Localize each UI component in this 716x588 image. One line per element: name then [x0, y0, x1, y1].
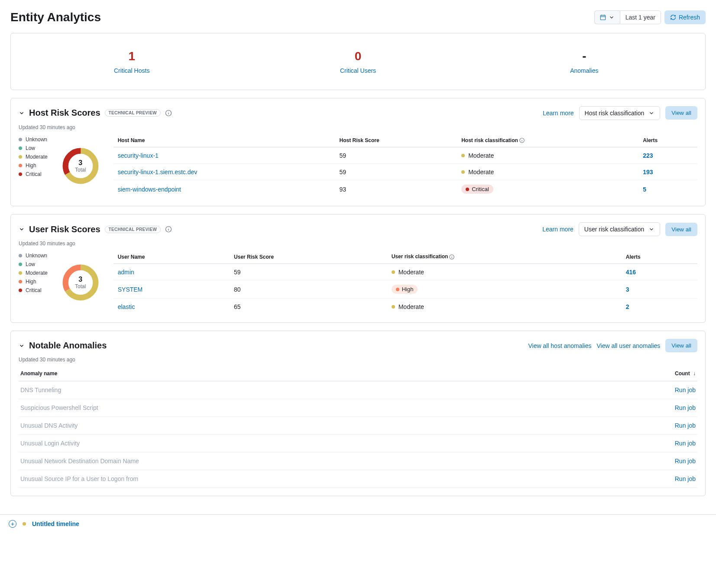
section-header: Notable Anomalies View all host anomalie… — [19, 339, 697, 352]
info-icon[interactable] — [449, 254, 455, 260]
info-icon[interactable] — [165, 226, 172, 233]
refresh-button[interactable]: Refresh — [664, 10, 706, 24]
kpi-anomalies: - Anomalies — [471, 49, 697, 74]
run-job-cell: Run job — [584, 470, 697, 488]
legend-dot — [19, 146, 22, 150]
table-row: DNS TunnelingRun job — [19, 381, 697, 399]
legend-item[interactable]: High — [19, 162, 48, 169]
view-all-button[interactable]: View all — [665, 223, 697, 236]
kpi-critical-users-link[interactable]: Critical Users — [245, 67, 471, 74]
legend-item[interactable]: Unknown — [19, 253, 48, 259]
entity-name-link[interactable]: security-linux-1 — [113, 147, 335, 164]
legend-item[interactable]: Moderate — [19, 270, 48, 276]
legend-label: Unknown — [26, 253, 47, 259]
collapse-toggle[interactable] — [19, 226, 25, 232]
run-job-link[interactable]: Run job — [675, 404, 696, 411]
table-row: security-linux-159Moderate223 — [113, 147, 697, 164]
add-timeline-button[interactable]: + — [9, 520, 16, 528]
classification-cell: Moderate — [457, 147, 638, 164]
alerts-cell: 2 — [622, 299, 697, 315]
run-job-link[interactable]: Run job — [675, 475, 696, 482]
legend-label: High — [26, 162, 36, 169]
alerts-link[interactable]: 416 — [626, 269, 636, 276]
date-range-label[interactable]: Last 1 year — [620, 10, 661, 24]
date-range-calendar-button[interactable] — [594, 10, 620, 24]
entity-name-link[interactable]: siem-windows-endpoint — [113, 180, 335, 198]
svg-point-21 — [452, 256, 452, 256]
date-range-picker[interactable]: Last 1 year — [594, 10, 661, 24]
run-job-link[interactable]: Run job — [675, 422, 696, 429]
table-row: Unusual Login ActivityRun job — [19, 435, 697, 452]
legend-item[interactable]: Critical — [19, 287, 48, 293]
anomalies-title: Notable Anomalies — [29, 341, 107, 351]
legend-item[interactable]: Low — [19, 261, 48, 267]
info-icon[interactable] — [165, 110, 172, 117]
legend-item[interactable]: Critical — [19, 171, 48, 177]
legend-item[interactable]: Unknown — [19, 136, 48, 143]
alerts-link[interactable]: 2 — [626, 303, 629, 310]
col-anomaly-name[interactable]: Anomaly name — [19, 366, 584, 381]
alerts-link[interactable]: 223 — [643, 152, 653, 159]
kpi-critical-hosts-link[interactable]: Critical Hosts — [19, 67, 245, 74]
legend-item[interactable]: High — [19, 279, 48, 285]
col-user-class[interactable]: User risk classification — [387, 250, 622, 263]
col-user-name[interactable]: User Name — [113, 250, 230, 263]
view-user-anomalies-link[interactable]: View all user anomalies — [596, 342, 660, 349]
host-risk-panel: Host Risk Scores TECHNICAL PREVIEW Learn… — [10, 98, 706, 207]
collapse-toggle[interactable] — [19, 343, 25, 349]
alerts-link[interactable]: 193 — [643, 169, 653, 175]
col-host-name[interactable]: Host Name — [113, 134, 335, 147]
col-host-class-label: Host risk classification — [461, 137, 518, 143]
col-anomaly-count[interactable]: Count ↓ — [584, 366, 697, 381]
anomaly-name-cell: DNS Tunneling — [19, 381, 584, 399]
svg-point-12 — [522, 139, 522, 140]
alerts-link[interactable]: 5 — [643, 186, 646, 193]
timeline-link[interactable]: Untitled timeline — [32, 520, 79, 527]
entity-name-link[interactable]: elastic — [113, 299, 230, 315]
chevron-down-icon — [648, 226, 654, 232]
updated-text: Updated 30 minutes ago — [19, 240, 697, 247]
run-job-link[interactable]: Run job — [675, 440, 696, 447]
run-job-link[interactable]: Run job — [675, 458, 696, 465]
col-user-alerts[interactable]: Alerts — [622, 250, 697, 263]
col-host-score[interactable]: Host Risk Score — [335, 134, 457, 147]
entity-name-link[interactable]: security-linux-1.siem.estc.dev — [113, 164, 335, 180]
col-user-score[interactable]: User Risk Score — [230, 250, 387, 263]
classification-badge: High — [392, 285, 418, 294]
alerts-link[interactable]: 3 — [626, 286, 629, 293]
col-host-class[interactable]: Host risk classification — [457, 134, 638, 147]
kpi-anomalies-link[interactable]: Anomalies — [471, 67, 697, 74]
entity-name-link[interactable]: SYSTEM — [113, 280, 230, 299]
legend-label: Critical — [26, 171, 42, 177]
legend-dot — [19, 138, 22, 141]
calendar-icon — [600, 14, 606, 20]
risk-score-cell: 65 — [230, 299, 387, 315]
run-job-link[interactable]: Run job — [675, 387, 696, 393]
alerts-cell: 193 — [638, 164, 697, 180]
legend-item[interactable]: Low — [19, 145, 48, 151]
refresh-icon — [670, 14, 676, 20]
view-host-anomalies-link[interactable]: View all host anomalies — [528, 342, 591, 349]
table-row: siem-windows-endpoint93Critical5 — [113, 180, 697, 198]
col-host-alerts[interactable]: Alerts — [638, 134, 697, 147]
updated-text: Updated 30 minutes ago — [19, 124, 697, 130]
view-all-button[interactable]: View all — [665, 106, 697, 120]
view-all-button[interactable]: View all — [665, 339, 697, 352]
user-classification-select[interactable]: User risk classification — [579, 222, 660, 236]
run-job-cell: Run job — [584, 452, 697, 470]
host-classification-select[interactable]: Host risk classification — [579, 106, 661, 120]
learn-more-link[interactable]: Learn more — [542, 226, 573, 233]
legend-item[interactable]: Moderate — [19, 154, 48, 160]
page-header: Entity Analytics Last 1 year Refresh — [10, 10, 706, 24]
info-icon[interactable] — [519, 137, 525, 143]
legend-label: Low — [26, 261, 35, 267]
run-job-cell: Run job — [584, 399, 697, 417]
entity-name-link[interactable]: admin — [113, 264, 230, 280]
legend-label: Unknown — [26, 136, 47, 143]
table-row: Unusual Source IP for a User to Logon fr… — [19, 470, 697, 488]
chevron-down-icon — [648, 110, 654, 116]
anomaly-name-cell: Suspicious Powershell Script — [19, 399, 584, 417]
collapse-toggle[interactable] — [19, 110, 25, 116]
anomaly-name-cell: Unusual DNS Activity — [19, 417, 584, 435]
learn-more-link[interactable]: Learn more — [543, 110, 574, 117]
